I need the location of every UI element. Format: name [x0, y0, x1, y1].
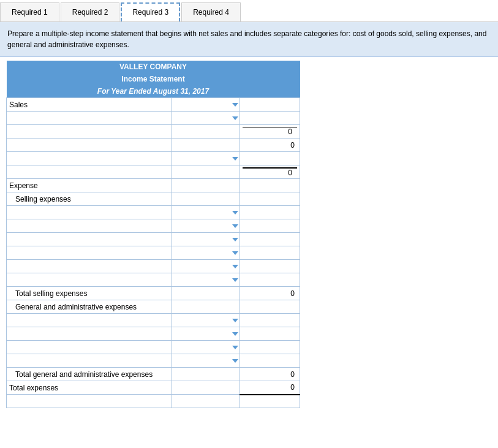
gen-admin-label-row: General and administrative expenses: [7, 300, 300, 314]
total-expenses-row: Total expenses: [7, 381, 300, 395]
sales-row2-label[interactable]: [7, 125, 172, 139]
expense-col1: [172, 179, 240, 192]
sales-row-2: [7, 125, 300, 139]
triangle-icon: [232, 265, 238, 268]
selling-col1: [172, 192, 240, 206]
gen-admin-row-2: [7, 327, 300, 341]
triangle-icon: [232, 238, 238, 241]
sales-row5-value[interactable]: [240, 165, 300, 179]
final-row: [7, 395, 300, 408]
triangle-icon: [232, 359, 238, 363]
sales-row-3: [7, 139, 300, 152]
triangle-icon: [232, 346, 238, 349]
tab-required-1[interactable]: Required 1: [0, 2, 59, 21]
total-expenses-label: Total expenses: [7, 381, 172, 395]
gen-admin-row-3: [7, 341, 300, 354]
sales-row4-value[interactable]: [240, 152, 300, 165]
triangle-icon: [232, 224, 238, 228]
income-statement-container: VALLEY COMPANY Income Statement For Year…: [0, 57, 498, 412]
sales-row3-label[interactable]: [7, 139, 172, 152]
selling-col2: [240, 192, 300, 206]
selling-expenses-label-row: Selling expenses: [7, 192, 300, 206]
sales-row2-input[interactable]: [172, 125, 240, 139]
selling-row-6: [7, 273, 300, 287]
triangle-icon: [232, 211, 238, 215]
tab-required-4[interactable]: Required 4: [181, 2, 241, 21]
expense-col2: [240, 179, 300, 192]
sales-row1-value[interactable]: [240, 112, 300, 125]
sales-row-4: [7, 152, 300, 165]
total-selling-row: Total selling expenses: [7, 287, 300, 300]
sales-input-col1[interactable]: [172, 98, 240, 112]
sales-row3-input[interactable]: [172, 139, 240, 152]
total-gen-admin-label: Total general and administrative expense…: [7, 368, 172, 381]
company-name-row: VALLEY COMPANY: [7, 61, 300, 73]
sales-value-input[interactable]: [243, 101, 297, 109]
sales-row2-value[interactable]: [240, 125, 300, 139]
gen-admin-row-4: [7, 354, 300, 368]
selling-row-4: [7, 246, 300, 260]
tab-required-2[interactable]: Required 2: [61, 2, 120, 21]
selling-row-2: [7, 219, 300, 233]
selling-expenses-label: Selling expenses: [7, 192, 172, 206]
period-row: For Year Ended August 31, 2017: [7, 85, 300, 98]
gen-admin-row-1: [7, 314, 300, 327]
period: For Year Ended August 31, 2017: [7, 85, 300, 98]
sales-row5-input[interactable]: [172, 165, 240, 179]
selling-row-5: [7, 260, 300, 273]
sales-value-col2[interactable]: [240, 98, 300, 112]
statement-title-row: Income Statement: [7, 73, 300, 85]
statement-title: Income Statement: [7, 73, 300, 85]
gen-admin-label: General and administrative expenses: [7, 300, 172, 314]
expense-label-row: Expense: [7, 179, 300, 192]
triangle-icon: [232, 157, 238, 161]
total-gen-admin-row: Total general and administrative expense…: [7, 368, 300, 381]
tab-required-3[interactable]: Required 3: [121, 2, 180, 21]
selling-row-1: [7, 206, 300, 219]
income-table: VALLEY COMPANY Income Statement For Year…: [6, 61, 300, 408]
instruction-text: Prepare a multiple-step income statement…: [0, 22, 498, 57]
triangle-icon: [232, 332, 238, 336]
triangle-icon: [232, 251, 238, 255]
sales-row1-label[interactable]: [7, 112, 172, 125]
selling-row-3: [7, 233, 300, 246]
sales-row-5: [7, 165, 300, 179]
sales-label: Sales: [7, 98, 172, 112]
company-name: VALLEY COMPANY: [7, 61, 300, 73]
sales-row3-value[interactable]: [240, 139, 300, 152]
sales-row5-label[interactable]: [7, 165, 172, 179]
sales-row4-label[interactable]: [7, 152, 172, 165]
triangle-icon: [232, 319, 238, 322]
expense-label: Expense: [7, 179, 172, 192]
sales-row-1: [7, 112, 300, 125]
sales-row4-input[interactable]: [172, 152, 240, 165]
triangle-icon: [232, 116, 238, 120]
triangle-icon: [232, 278, 238, 282]
sales-row1-input[interactable]: [172, 112, 240, 125]
sales-label-row: Sales: [7, 98, 300, 112]
tab-bar: Required 1 Required 2 Required 3 Require…: [0, 0, 498, 22]
triangle-icon: [232, 103, 238, 107]
total-selling-label: Total selling expenses: [7, 287, 172, 300]
